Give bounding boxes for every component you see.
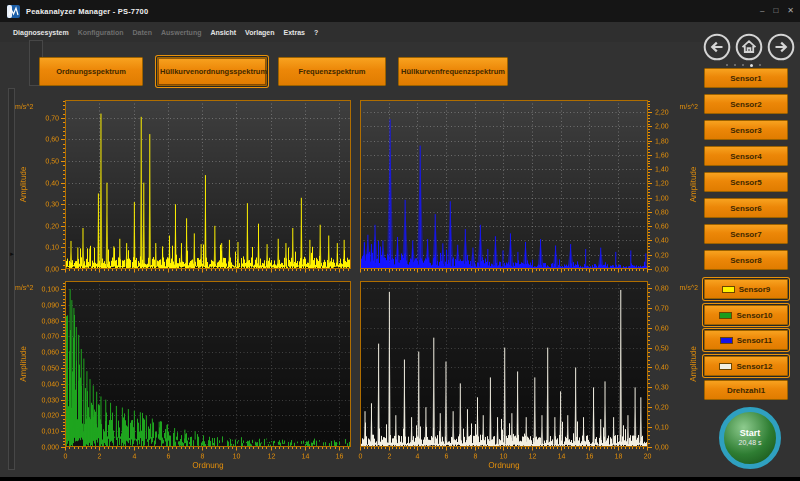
sensor9-button[interactable]: Sensor9 bbox=[704, 279, 788, 299]
close-button[interactable]: ✕ bbox=[787, 7, 794, 15]
drehzahl1-button[interactable]: Drehzahl1 bbox=[704, 380, 788, 400]
sensor1-button[interactable]: Sensor1 bbox=[704, 68, 788, 88]
sensor4-button[interactable]: Sensor4 bbox=[704, 146, 788, 166]
sensor2-button[interactable]: Sensor2 bbox=[704, 94, 788, 114]
app-window: Peakanalyzer Manager - PS-7700 – □ ✕ Dia… bbox=[0, 0, 800, 481]
back-button[interactable] bbox=[703, 33, 731, 61]
frequenzspektrum-button[interactable]: Frequenzspektrum bbox=[278, 57, 386, 86]
sensor11-button[interactable]: Sensor11 bbox=[704, 330, 788, 350]
menu-item-auswertung[interactable]: Auswertung bbox=[161, 29, 201, 36]
sensor6-button[interactable]: Sensor6 bbox=[704, 198, 788, 218]
start-time: 20,48 s bbox=[739, 439, 762, 447]
nav-page-dots bbox=[726, 63, 770, 67]
sensor12-color-swatch bbox=[719, 363, 732, 370]
sensor5-button[interactable]: Sensor5 bbox=[704, 172, 788, 192]
back-arrow-icon bbox=[712, 43, 722, 52]
menu-item-ansicht[interactable]: Ansicht bbox=[210, 29, 236, 36]
minimize-button[interactable]: – bbox=[760, 7, 764, 15]
home-button[interactable] bbox=[735, 33, 763, 61]
window-title: Peakanalyzer Manager - PS-7700 bbox=[26, 7, 148, 16]
start-label: Start bbox=[740, 428, 761, 439]
nav-buttons bbox=[703, 33, 795, 61]
sensor9-color-swatch bbox=[722, 286, 735, 293]
menu-item-diagnosesystem[interactable]: Diagnosesystem bbox=[13, 29, 69, 36]
sensor11-color-swatch bbox=[720, 337, 733, 344]
menu-item-konfiguration[interactable]: Konfiguration bbox=[78, 29, 124, 36]
titlebar: Peakanalyzer Manager - PS-7700 – □ ✕ bbox=[0, 0, 800, 22]
start-button[interactable]: Start 20,48 s bbox=[719, 407, 781, 469]
sensor12-button[interactable]: Sensor12 bbox=[704, 356, 788, 376]
sensor7-button[interactable]: Sensor7 bbox=[704, 224, 788, 244]
spectrum-plot-sensor9[interactable] bbox=[14, 88, 356, 277]
huellkurvenfrequenzspektrum-button[interactable]: Hüllkurvenfrequenzspektrum bbox=[398, 57, 508, 86]
menu-item-daten[interactable]: Daten bbox=[133, 29, 152, 36]
sensor10-button[interactable]: Sensor10 bbox=[704, 305, 788, 325]
forward-arrow-icon bbox=[776, 43, 786, 52]
sensor8-button[interactable]: Sensor8 bbox=[704, 250, 788, 270]
home-icon bbox=[743, 41, 756, 52]
menu-item-vorlagen[interactable]: Vorlagen bbox=[245, 29, 274, 36]
ordnungsspektrum-button[interactable]: Ordnungsspektrum bbox=[39, 57, 143, 86]
app-icon bbox=[7, 5, 20, 18]
maximize-button[interactable]: □ bbox=[773, 7, 778, 15]
spectrum-plot-sensor10[interactable] bbox=[14, 277, 356, 475]
menu-item-help[interactable]: ? bbox=[314, 29, 318, 36]
bottom-bar bbox=[0, 477, 800, 481]
sensor3-button[interactable]: Sensor3 bbox=[704, 120, 788, 140]
menubar: Diagnosesystem Konfiguration Daten Auswe… bbox=[0, 22, 800, 42]
spectrum-plot-sensor11[interactable] bbox=[356, 88, 702, 277]
forward-button[interactable] bbox=[767, 33, 795, 61]
huellkurvenordnungsspektrum-button[interactable]: Hüllkurvenordnungsspektrum bbox=[157, 57, 267, 86]
menu-item-extras[interactable]: Extras bbox=[284, 29, 305, 36]
spectrum-plot-sensor12[interactable] bbox=[356, 277, 702, 475]
sensor10-color-swatch bbox=[719, 312, 732, 319]
